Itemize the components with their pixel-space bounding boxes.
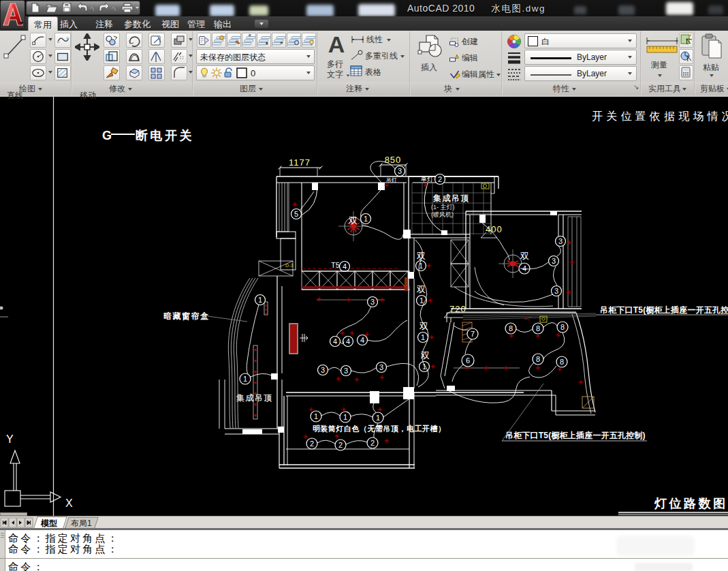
svg-text:X: X <box>65 497 73 509</box>
svg-text:G: G <box>102 129 112 142</box>
svg-text:3: 3 <box>344 367 348 375</box>
svg-text:1177: 1177 <box>289 157 311 168</box>
svg-text:开关位置依据现场情况放样: 开关位置依据现场情况放样 <box>592 110 728 122</box>
svg-text:1: 1 <box>258 296 262 304</box>
svg-text:6: 6 <box>466 356 470 365</box>
svg-text:1: 1 <box>364 215 368 223</box>
svg-text:1: 1 <box>422 362 426 371</box>
svg-text:2: 2 <box>438 175 442 183</box>
svg-text:850: 850 <box>385 155 402 165</box>
svg-text:1: 1 <box>343 413 347 421</box>
svg-text:4: 4 <box>343 262 347 271</box>
svg-text:5: 5 <box>294 210 298 218</box>
svg-text:2: 2 <box>338 441 343 449</box>
svg-text:灯位路数图: 灯位路数图 <box>654 497 728 510</box>
svg-text:7: 7 <box>471 330 475 338</box>
svg-text:4: 4 <box>346 337 350 345</box>
svg-text:双: 双 <box>520 251 529 261</box>
svg-text:T5: T5 <box>331 261 340 269</box>
svg-text:3: 3 <box>558 237 563 245</box>
svg-text:集成吊顶: 集成吊顶 <box>432 194 470 203</box>
svg-text:双: 双 <box>348 215 358 226</box>
svg-text:0: 0 <box>251 68 255 78</box>
svg-text:吊柜下口T5(橱柜上插座一开五孔控制): 吊柜下口T5(橱柜上插座一开五孔控制) <box>600 305 728 315</box>
svg-text:2: 2 <box>370 439 375 447</box>
svg-text:4: 4 <box>360 336 364 344</box>
svg-text:1: 1 <box>421 333 425 341</box>
svg-text:3: 3 <box>398 167 402 175</box>
svg-text:1: 1 <box>419 262 423 270</box>
svg-text:断电开关: 断电开关 <box>136 129 194 142</box>
svg-text:吊灯: 吊灯 <box>386 177 397 183</box>
svg-text:D-3: D-3 <box>285 263 293 268</box>
svg-text:2: 2 <box>310 439 314 448</box>
svg-text:4: 4 <box>522 264 526 273</box>
svg-text:400: 400 <box>486 224 503 234</box>
svg-text:8: 8 <box>560 358 564 366</box>
svg-text:双: 双 <box>416 251 426 261</box>
svg-text:Y: Y <box>6 433 14 445</box>
svg-text:8: 8 <box>509 324 513 333</box>
svg-text:吊柜下口T5(橱柜上插座一开五孔控制): 吊柜下口T5(橱柜上插座一开五孔控制) <box>505 431 646 440</box>
svg-text:暗藏窗帘盒: 暗藏窗帘盒 <box>163 311 210 321</box>
svg-text:单灯: 单灯 <box>421 176 433 183</box>
svg-text:(1- 主灯): (1- 主灯) <box>431 204 455 211</box>
svg-text:4: 4 <box>333 337 337 345</box>
svg-text:1: 1 <box>314 412 318 420</box>
svg-text:3: 3 <box>370 298 375 306</box>
svg-text:明装筒灯白色（无需吊顶，电工开槽）: 明装筒灯白色（无需吊顶，电工开槽） <box>313 425 446 433</box>
svg-text:3: 3 <box>379 363 383 371</box>
svg-text:8: 8 <box>536 324 540 333</box>
svg-text:8: 8 <box>560 323 565 331</box>
svg-text:1: 1 <box>376 414 380 422</box>
svg-text:8: 8 <box>536 355 540 363</box>
svg-text:3: 3 <box>554 287 558 295</box>
svg-text:集成吊顶: 集成吊顶 <box>236 393 273 403</box>
svg-text:1: 1 <box>420 296 424 305</box>
svg-text:3: 3 <box>552 257 556 265</box>
svg-text:1: 1 <box>243 375 247 383</box>
svg-text:双: 双 <box>416 284 426 294</box>
svg-text:(暖风机): (暖风机) <box>431 211 454 218</box>
svg-text:3: 3 <box>321 366 325 374</box>
